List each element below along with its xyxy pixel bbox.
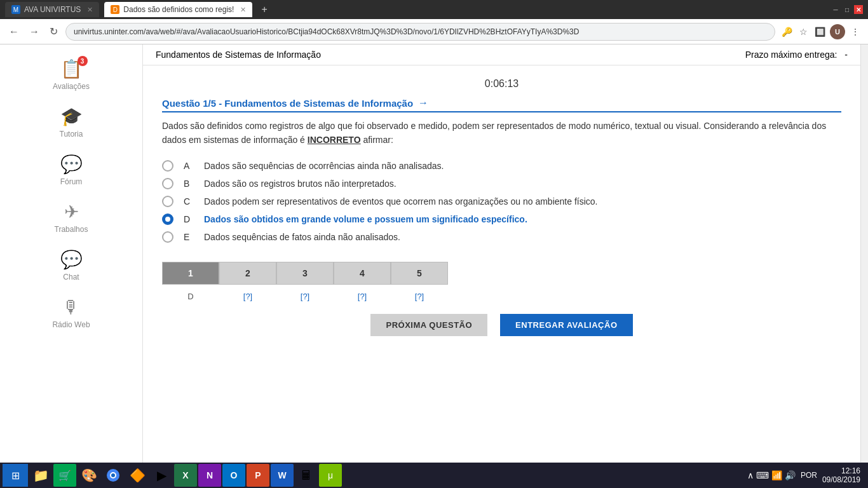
avaliacoes-icon: 📋 3 bbox=[60, 58, 83, 79]
nav-btn-2[interactable]: 2 bbox=[219, 262, 276, 285]
taskbar-right: ∧ ⌨ 📶 🔊 POR 12:16 09/08/2019 bbox=[747, 466, 865, 484]
minimize-button[interactable]: ─ bbox=[831, 5, 840, 14]
maximize-button[interactable]: □ bbox=[843, 5, 851, 14]
radio-b[interactable] bbox=[162, 178, 173, 189]
option-letter-e: E bbox=[184, 232, 194, 242]
new-tab-button[interactable]: + bbox=[261, 4, 267, 15]
question-body: Dados são definidos como registros de al… bbox=[162, 119, 841, 147]
taskbar-clock: 12:16 09/08/2019 bbox=[822, 466, 860, 484]
quiz-timer: 0:06:13 bbox=[162, 78, 841, 90]
option-text-e: Dados sequências de fatos ainda não anal… bbox=[204, 232, 400, 242]
option-letter-b: B bbox=[184, 179, 194, 189]
tab2-favicon: D bbox=[111, 5, 119, 14]
taskbar-excel[interactable]: X bbox=[174, 464, 197, 487]
taskbar-lang: POR bbox=[801, 471, 817, 480]
nav-q2[interactable]: 2 bbox=[219, 262, 276, 285]
sidebar-label-trabalhos: Trabalhos bbox=[55, 225, 88, 234]
question-text-part1: Dados são definidos como registros de al… bbox=[162, 121, 826, 145]
tab2-close[interactable]: ✕ bbox=[240, 6, 246, 14]
radio-a[interactable] bbox=[162, 160, 173, 172]
start-button[interactable]: ⊞ bbox=[3, 464, 28, 487]
question-text-incorrect: INCORRETO bbox=[308, 135, 361, 145]
reload-button[interactable]: ↻ bbox=[47, 24, 60, 39]
question-header: Questão 1/5 - Fundamentos de Sistemas de… bbox=[162, 97, 841, 112]
nav-btn-5[interactable]: 5 bbox=[391, 262, 448, 285]
taskbar: ⊞ 📁 🛒 🎨 🔶 ▶ X N O P W 🖩 μ ∧ ⌨ 📶 🔊 bbox=[0, 463, 868, 488]
svg-point-2 bbox=[111, 473, 115, 477]
tab-1[interactable]: M AVA UNIVIRTUS ✕ bbox=[5, 2, 99, 17]
nav-btn-1[interactable]: 1 bbox=[162, 262, 219, 285]
sidebar-label-forum: Fórum bbox=[60, 177, 83, 186]
sidebar-item-tutoria[interactable]: 🎓 Tutoria bbox=[0, 98, 142, 146]
user-avatar[interactable]: U bbox=[830, 24, 845, 39]
tab1-label: AVA UNIVIRTUS bbox=[24, 5, 81, 14]
sidebar-item-avaliacoes[interactable]: 📋 3 Avaliações bbox=[0, 51, 142, 98]
sidebar-item-chat[interactable]: 💬 Chat bbox=[0, 241, 142, 289]
nav-q1[interactable]: 1 bbox=[162, 262, 219, 285]
sidebar-item-radio[interactable]: 🎙 Rádio Web bbox=[0, 289, 142, 337]
up-arrow-icon[interactable]: ∧ bbox=[747, 470, 754, 480]
taskbar-chrome[interactable] bbox=[102, 464, 125, 487]
back-button[interactable]: ← bbox=[6, 25, 22, 39]
nav-answer-2: [?] bbox=[243, 292, 252, 301]
nav-answer-3: [?] bbox=[301, 292, 309, 301]
sidebar-item-forum[interactable]: 💬 Fórum bbox=[0, 146, 142, 194]
nav-btn-3[interactable]: 3 bbox=[276, 262, 334, 285]
scrollbar[interactable] bbox=[860, 44, 868, 488]
submit-quiz-button[interactable]: ENTREGAR AVALIAÇÃO bbox=[500, 314, 632, 336]
tutoria-icon: 🎓 bbox=[60, 106, 83, 127]
sidebar-item-trabalhos[interactable]: ✈ Trabalhos bbox=[0, 194, 142, 241]
tab-2[interactable]: D Dados são definidos como regis! ✕ bbox=[104, 2, 252, 17]
trabalhos-icon: ✈ bbox=[64, 201, 79, 222]
nav-btn-4[interactable]: 4 bbox=[334, 262, 391, 285]
extension-icon[interactable]: 🔲 bbox=[813, 25, 826, 38]
option-text-c: Dados podem ser representativos de event… bbox=[204, 196, 597, 207]
taskbar-onenote[interactable]: N bbox=[198, 464, 221, 487]
taskbar-vlc[interactable]: 🔶 bbox=[126, 464, 149, 487]
subject-name: Fundamentos de Sistemas de Informação bbox=[156, 50, 321, 60]
forward-button[interactable]: → bbox=[27, 25, 42, 39]
nav-q5[interactable]: 5 bbox=[391, 262, 448, 285]
question-title: Questão 1/5 - Fundamentos de Sistemas de… bbox=[162, 98, 413, 109]
star-icon[interactable]: ☆ bbox=[797, 25, 810, 38]
radio-e[interactable] bbox=[162, 231, 173, 243]
radio-d[interactable] bbox=[162, 214, 173, 225]
taskbar-media[interactable]: 🎨 bbox=[78, 464, 100, 487]
lock-icon: 🔑 bbox=[780, 25, 793, 38]
nav-q3[interactable]: 3 bbox=[276, 262, 334, 285]
option-letter-c: C bbox=[184, 196, 194, 207]
url-input[interactable] bbox=[65, 23, 775, 41]
taskbar-outlook[interactable]: O bbox=[222, 464, 245, 487]
taskbar-file-explorer[interactable]: 📁 bbox=[29, 464, 52, 487]
answer-options: A Dados são sequências de ocorrências ai… bbox=[162, 160, 841, 243]
taskbar-video[interactable]: ▶ bbox=[150, 464, 173, 487]
tab1-close[interactable]: ✕ bbox=[87, 6, 93, 14]
tab2-label: Dados são definidos como regis! bbox=[123, 5, 234, 14]
radio-c[interactable] bbox=[162, 196, 173, 207]
taskbar-powerpoint[interactable]: P bbox=[247, 464, 269, 487]
menu-icon[interactable]: ⋮ bbox=[849, 25, 862, 38]
option-row-b[interactable]: B Dados são os registros brutos não inte… bbox=[162, 178, 841, 189]
option-row-d[interactable]: D Dados são obtidos em grande volume e p… bbox=[162, 214, 841, 225]
nav-answer-1: D bbox=[187, 292, 193, 301]
sidebar-label-chat: Chat bbox=[63, 273, 79, 281]
option-row-c[interactable]: C Dados podem ser representativos de eve… bbox=[162, 196, 841, 207]
option-row-a[interactable]: A Dados são sequências de ocorrências ai… bbox=[162, 160, 841, 172]
taskbar-store[interactable]: 🛒 bbox=[53, 464, 76, 487]
network-icon[interactable]: 📶 bbox=[771, 470, 782, 480]
taskbar-word[interactable]: W bbox=[271, 464, 294, 487]
option-letter-d: D bbox=[184, 214, 194, 224]
option-row-e[interactable]: E Dados sequências de fatos ainda não an… bbox=[162, 231, 841, 243]
nav-answer-5: [?] bbox=[415, 292, 424, 301]
nav-q4[interactable]: 4 bbox=[334, 262, 391, 285]
sidebar-label-tutoria: Tutoria bbox=[60, 130, 83, 139]
tab1-favicon: M bbox=[11, 5, 20, 14]
taskbar-calculator[interactable]: 🖩 bbox=[295, 464, 318, 487]
close-button[interactable]: ✕ bbox=[854, 5, 863, 14]
volume-icon[interactable]: 🔊 bbox=[785, 470, 796, 480]
action-buttons: PRÓXIMA QUESTÃO ENTREGAR AVALIAÇÃO bbox=[162, 314, 841, 336]
taskbar-torrent[interactable]: μ bbox=[319, 464, 342, 487]
keyboard-icon: ⌨ bbox=[756, 470, 769, 480]
sidebar: 📋 3 Avaliações 🎓 Tutoria 💬 Fórum ✈ Traba… bbox=[0, 44, 143, 488]
next-question-button[interactable]: PRÓXIMA QUESTÃO bbox=[370, 314, 487, 336]
